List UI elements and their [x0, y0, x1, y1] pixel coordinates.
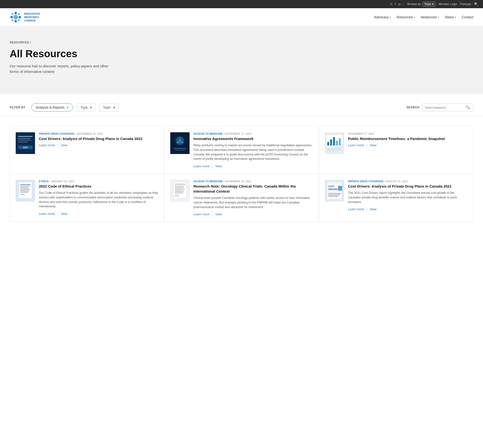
- svg-rect-13: [18, 142, 28, 142]
- top-search-icon[interactable]: 🔍: [474, 2, 478, 6]
- svg-point-5: [12, 13, 14, 15]
- svg-rect-42: [175, 184, 185, 185]
- card-links: Learn more | View: [348, 143, 467, 147]
- linkedin-icon[interactable]: in: [398, 2, 401, 6]
- card-date: NOVEMBER 17, 2022: [225, 132, 251, 135]
- svg-rect-36: [20, 189, 30, 190]
- browse-by-label: Browse by Topic ▾: [407, 1, 436, 7]
- card-description: Clinical trials provide Canadian oncolog…: [193, 196, 313, 209]
- svg-rect-26: [333, 137, 335, 145]
- resource-card: ETHICS • JANUARY 01, 2022 2022 Code of E…: [10, 174, 164, 222]
- facebook-icon[interactable]: f: [395, 2, 396, 6]
- view-link[interactable]: View: [61, 143, 67, 147]
- svg-point-1: [15, 12, 17, 14]
- svg-rect-29: [327, 149, 342, 150]
- card-description: The 2021 Cost Drivers report highlights …: [348, 191, 467, 204]
- nav-about[interactable]: About ▾: [445, 15, 456, 19]
- browse-topic-dropdown[interactable]: Topic ▾: [422, 1, 436, 7]
- card-description: Our Code of Ethical Practices guides the…: [39, 191, 158, 209]
- svg-rect-46: [175, 190, 183, 191]
- resources-section: 2022 PRIVATE DRUG COVERAGE • NOVEMBER 25…: [0, 117, 483, 232]
- card-thumbnail: [170, 180, 189, 201]
- nav-resources[interactable]: Resources ▾: [397, 15, 415, 19]
- card-content: ETHICS • JANUARY 01, 2022 2022 Code of E…: [39, 180, 158, 216]
- card-content: ACCESS TO MEDICINE • NOVEMBER 15, 2021 R…: [193, 180, 313, 216]
- svg-rect-38: [20, 192, 28, 193]
- learn-more-link[interactable]: Learn more: [193, 212, 209, 216]
- breadcrumb-sep: /: [30, 41, 31, 44]
- search-icon[interactable]: 🔍: [466, 105, 470, 110]
- card-tag: ETHICS: [39, 180, 49, 183]
- svg-point-0: [13, 15, 18, 20]
- svg-rect-9: [16, 132, 35, 154]
- svg-rect-47: [175, 192, 184, 192]
- card-content: NOVEMBER 07, 2022 Public Reimbursement T…: [348, 132, 467, 168]
- svg-rect-37: [20, 191, 29, 191]
- svg-text:DRIVERS: DRIVERS: [328, 188, 338, 191]
- logo[interactable]: INNOVATIVE MEDICINES CANADA: [10, 11, 40, 23]
- learn-more-link[interactable]: Learn more: [348, 207, 364, 211]
- card-links: Learn more | View: [193, 212, 313, 216]
- card-title: Public Reimbursement Timelines: a Pandem…: [348, 136, 467, 141]
- card-date: NOVEMBER 15, 2021: [225, 180, 251, 183]
- member-login-link[interactable]: Member Login: [439, 2, 457, 6]
- card-date: JANUARY 01, 2022: [51, 180, 74, 183]
- category-filter-dropdown[interactable]: Analysis & Reports ▾: [31, 103, 73, 112]
- learn-more-link[interactable]: Learn more: [193, 164, 209, 168]
- learn-more-link[interactable]: Learn more: [348, 143, 364, 147]
- page-title: All Resources: [10, 48, 473, 60]
- card-thumbnail: [325, 132, 344, 154]
- resources-grid-row2: ETHICS • JANUARY 01, 2022 2022 Code of E…: [10, 174, 473, 222]
- learn-more-link[interactable]: Learn more: [39, 143, 55, 147]
- resource-card: ACCESS TO MEDICINE • NOVEMBER 15, 2021 R…: [164, 174, 319, 222]
- search-input-wrap: 🔍: [422, 104, 473, 111]
- nav-newsroom[interactable]: Newsroom ▾: [421, 15, 439, 19]
- search-input[interactable]: [425, 106, 464, 109]
- svg-point-7: [12, 19, 14, 21]
- svg-rect-25: [330, 140, 332, 145]
- resource-card: 2022 PRIVATE DRUG COVERAGE • NOVEMBER 25…: [10, 126, 164, 174]
- svg-point-4: [19, 16, 21, 18]
- card-date: AUGUST 01, 2021: [386, 180, 408, 183]
- type-filter-dropdown[interactable]: Type ▾: [77, 103, 95, 112]
- svg-rect-21: [175, 150, 185, 150]
- card-tag: ACCESS TO MEDICINE: [193, 180, 223, 183]
- card-thumbnail: 2022: [16, 132, 35, 154]
- card-thumbnail: [16, 180, 35, 201]
- topic-filter-dropdown[interactable]: Topic ▾: [99, 103, 119, 112]
- view-link[interactable]: View: [215, 164, 222, 168]
- view-link[interactable]: View: [370, 207, 377, 211]
- social-links: 𝕏 f in: [390, 2, 401, 6]
- learn-more-link[interactable]: Learn more: [39, 212, 55, 216]
- card-links: Learn more | View: [39, 143, 158, 147]
- nav-contact[interactable]: Contact: [462, 15, 473, 19]
- chevron-down-icon: ▾: [113, 105, 115, 109]
- search-area: SEARCH 🔍: [406, 104, 473, 111]
- svg-rect-39: [20, 194, 25, 195]
- card-thumbnail: [170, 132, 189, 154]
- view-link[interactable]: View: [370, 143, 377, 147]
- filter-section: FILTER BY Analysis & Reports ▾ Type ▾ To…: [0, 94, 483, 117]
- chevron-down-icon: ▾: [414, 16, 415, 19]
- svg-rect-45: [175, 189, 185, 189]
- card-tag: PRIVATE DRUG COVERAGE: [39, 132, 75, 135]
- card-description: Many products coming to market are poorl…: [193, 143, 313, 161]
- svg-rect-28: [339, 138, 341, 145]
- filter-by-label: FILTER BY: [10, 106, 26, 109]
- view-link[interactable]: View: [215, 212, 222, 216]
- twitter-icon[interactable]: 𝕏: [390, 2, 393, 6]
- card-title: Cost Drivers: Analysis of Private Drug P…: [39, 136, 158, 141]
- nav-advocacy[interactable]: Advocacy ▾: [374, 15, 391, 19]
- resource-card: ACCESS TO MEDICINE • NOVEMBER 17, 2022 I…: [164, 126, 319, 174]
- language-toggle[interactable]: Français: [460, 2, 471, 6]
- chevron-down-icon: ▾: [455, 16, 456, 19]
- divider: |: [403, 2, 404, 6]
- resources-grid-row1: 2022 PRIVATE DRUG COVERAGE • NOVEMBER 25…: [10, 126, 473, 174]
- svg-rect-30: [327, 150, 339, 151]
- chevron-down-icon: ▾: [67, 106, 68, 109]
- logo-icon: [10, 11, 22, 23]
- view-link[interactable]: View: [61, 212, 67, 216]
- svg-rect-48: [175, 193, 183, 194]
- resource-card: COST DRIVERS PRIVATE DRUG COVERAGE • AUG…: [319, 174, 473, 222]
- svg-rect-56: [328, 193, 341, 194]
